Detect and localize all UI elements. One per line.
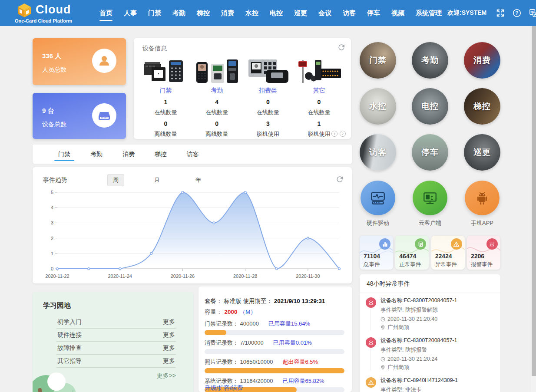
quick-app-access[interactable]: 门禁: [360, 42, 396, 79]
range-month-button[interactable]: 月: [149, 174, 165, 186]
device-category-name[interactable]: 扣费类: [243, 87, 293, 95]
event-type: 事件类型: 非法卡: [380, 386, 496, 392]
range-week-button[interactable]: 周: [107, 174, 124, 186]
nav-item-meeting[interactable]: 会议: [313, 0, 337, 26]
carousel-next-icon[interactable]: ›: [340, 131, 346, 137]
quota-row-label: 消费记录数： 7/100000 已用容量0.01%: [205, 339, 345, 347]
abnormal-events-panel: 48小时异常事件 设备名称:FC-8300T20084057-1 事件类型: 防…: [360, 274, 500, 392]
learning-more-link[interactable]: 更多: [163, 331, 175, 339]
stat-normal-events[interactable]: 46474 正常事件: [395, 236, 429, 270]
stat-total-events[interactable]: 71104 总事件: [360, 236, 393, 270]
learning-topic[interactable]: 初学入门: [57, 318, 82, 326]
stat-abnormal-events[interactable]: 22424 异常事件: [431, 236, 465, 270]
device-image-access: [141, 56, 191, 85]
stat-value: 22424: [435, 253, 452, 260]
nav-right-tools: 欢迎:SYSTEM ? 甲 A: [447, 8, 536, 18]
tool-cloud-client[interactable]: 云客户端: [412, 181, 448, 227]
learning-row: 硬件连接 更多: [56, 329, 176, 342]
fullscreen-icon[interactable]: [495, 8, 506, 18]
hardware-driver-icon: [361, 181, 395, 215]
range-year-button[interactable]: 年: [190, 174, 207, 186]
quick-app-elevator[interactable]: 梯控: [464, 88, 500, 125]
translate-icon[interactable]: 甲 A: [528, 8, 536, 18]
event-type: 事件类型: 防拆报警解除: [380, 306, 496, 314]
stat-alarm-events[interactable]: 2206 报警事件: [467, 236, 500, 270]
refresh-icon[interactable]: [336, 176, 343, 184]
nav-item-parking[interactable]: 停车: [361, 0, 386, 26]
android-icon: [465, 181, 500, 215]
learning-more-link[interactable]: 更多: [163, 318, 175, 326]
learning-topic[interactable]: 硬件连接: [57, 331, 82, 339]
tab-elevator[interactable]: 梯控: [145, 145, 177, 164]
quota-progressbar: [205, 330, 344, 335]
nav-item-patrol[interactable]: 巡更: [288, 0, 313, 26]
quick-app-patrol[interactable]: 巡更: [464, 134, 500, 171]
device-slide-deduction: 扣费类 0 在线数量 3 脱机使用: [243, 56, 293, 138]
nav-item-electric[interactable]: 电控: [264, 0, 288, 26]
nav-item-elevator[interactable]: 梯控: [191, 0, 215, 26]
nav-item-water[interactable]: 水控: [240, 0, 264, 26]
refresh-icon[interactable]: [338, 44, 345, 53]
nav-item-access[interactable]: 门禁: [142, 0, 167, 26]
svg-text:2020-11-28: 2020-11-28: [233, 273, 257, 279]
learning-topic[interactable]: 故障排查: [57, 344, 82, 352]
device-online-count: 4: [192, 99, 242, 105]
tool-hardware-driver[interactable]: 硬件驱动: [360, 181, 396, 227]
event-time: 2020-11-30 21:20:40: [387, 316, 437, 322]
tab-attendance[interactable]: 考勤: [80, 145, 112, 164]
trend-title: 事件趋势: [43, 176, 67, 184]
svg-text:0: 0: [51, 266, 53, 271]
device-category-name[interactable]: 考勤: [192, 87, 242, 95]
nav-item-personnel[interactable]: 人事: [118, 0, 142, 26]
event-location: 广州岗顶: [387, 324, 409, 331]
carousel-prev-icon[interactable]: ‹: [331, 131, 337, 137]
nav-item-home[interactable]: 首页: [94, 0, 118, 26]
tab-visitor[interactable]: 访客: [177, 145, 209, 164]
svg-text:4: 4: [51, 205, 53, 210]
learning-more-link[interactable]: 更多: [163, 344, 175, 352]
personnel-total-card: 336 人 人员总数: [33, 38, 126, 85]
tab-consume[interactable]: 消费: [112, 145, 145, 164]
device-offline-count: 3: [243, 120, 293, 127]
upgrade-link[interactable]: 升级/扩容/续费: [205, 384, 243, 392]
quick-app-consume[interactable]: 消费: [464, 42, 500, 79]
svg-text:2020-11-26: 2020-11-26: [171, 273, 195, 279]
quick-app-water[interactable]: 水控: [360, 88, 396, 125]
stat-value: 2206: [471, 253, 484, 260]
package-capacity-value: 2000: [225, 309, 238, 315]
quick-app-attendance[interactable]: 考勤: [412, 42, 448, 79]
quota-status: 已用容量65.82%: [283, 377, 324, 385]
device-category-name[interactable]: 门禁: [141, 87, 191, 95]
learning-more-all-link[interactable]: 更多>>: [33, 372, 176, 380]
device-online-label: 在线数量: [192, 109, 242, 116]
cube-logo-icon: [17, 3, 32, 20]
quick-app-parking[interactable]: 停车: [412, 134, 448, 171]
device-offline-label: 脱机使用: [243, 130, 293, 138]
device-offline-label: 离线数量: [141, 130, 191, 138]
package-expiry: 2021/9/10 13:29:31: [274, 298, 325, 304]
learning-topic[interactable]: 其它指导: [57, 357, 82, 365]
tab-access[interactable]: 门禁: [48, 145, 80, 164]
tool-mobile-app[interactable]: 手机APP: [464, 181, 500, 227]
nav-item-consume[interactable]: 消费: [215, 0, 240, 26]
quick-app-electric[interactable]: 电控: [412, 88, 448, 125]
nav-item-attendance[interactable]: 考勤: [167, 0, 191, 26]
svg-text:2020-11-30: 2020-11-30: [296, 273, 320, 279]
nav-item-system[interactable]: 系统管理: [410, 0, 447, 26]
tool-app-grid: 硬件驱动 云客户端: [360, 181, 500, 227]
trend-area-chart: 0123452020-11-222020-11-242020-11-262020…: [39, 189, 345, 281]
tool-label: 手机APP: [471, 219, 493, 227]
scrollbar-thumb[interactable]: [532, 26, 536, 376]
quota-progressbar: [205, 368, 344, 373]
alarm-event-icon: [366, 297, 376, 308]
learning-row: 故障排查 更多: [56, 342, 176, 355]
nav-menu: 首页 人事 门禁 考勤 梯控 消费 水控 电控 巡更 会议 访客 停车 视频 系…: [94, 0, 447, 26]
stat-label: 总事件: [364, 261, 380, 268]
nav-item-video[interactable]: 视频: [386, 0, 410, 26]
event-stats-row: 71104 总事件 46474 正常事件 22424 异常事件: [360, 236, 500, 270]
device-category-name[interactable]: 其它: [294, 87, 344, 95]
quick-app-visitor[interactable]: 访客: [360, 134, 396, 171]
learning-more-link[interactable]: 更多: [163, 357, 175, 365]
nav-item-visitor[interactable]: 访客: [337, 0, 361, 26]
help-icon[interactable]: ?: [512, 8, 522, 18]
